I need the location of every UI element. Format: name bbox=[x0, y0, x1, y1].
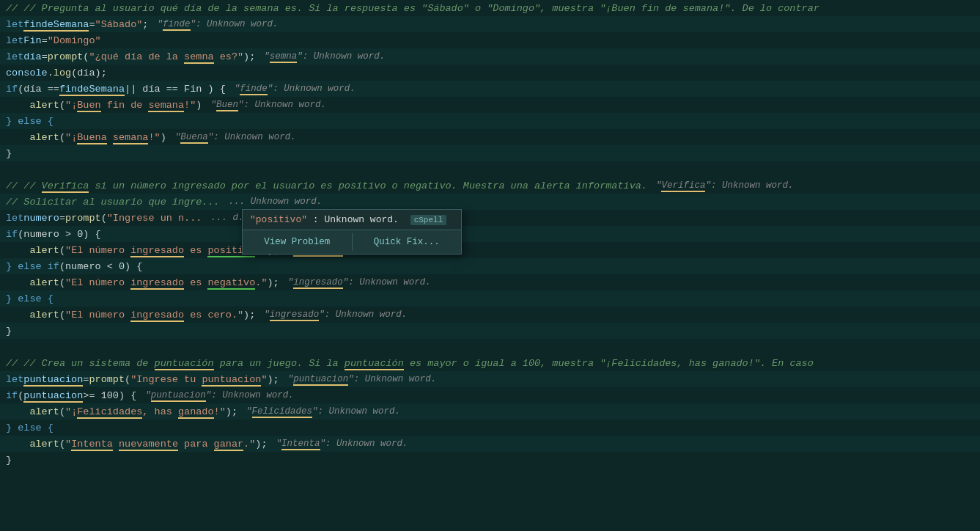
spacer-2 bbox=[0, 339, 980, 355]
line-15: alert ( "El número ingresado es positivo… bbox=[0, 242, 980, 258]
hint-intenta: "Intenta": Unknown word. bbox=[276, 439, 408, 449]
line-4: let día = prompt ( "¿qué día de la semna… bbox=[0, 48, 980, 65]
line-24: alert ( "¡Felicidades, has ganado!" ); "… bbox=[0, 403, 980, 420]
line-7: alert ( "¡Buen fin de semana!" ) "Buen":… bbox=[0, 97, 980, 113]
line-25: } else { bbox=[0, 420, 980, 436]
code-kw-let: let bbox=[6, 19, 23, 30]
comment-1: // // Pregunta al usuario qué día de la … bbox=[6, 3, 819, 14]
tooltip-badge: cSpell bbox=[410, 215, 447, 225]
quick-fix-button[interactable]: Quick Fix... bbox=[353, 233, 462, 251]
tooltip-header: "positivo" : Unknown word. cSpell bbox=[243, 210, 461, 230]
line-22: let puntuacion = prompt ( "Ingrese tu pu… bbox=[0, 371, 980, 387]
hint-ingresado3: "ingresado": Unknown word. bbox=[264, 310, 407, 320]
line-5: console . log (día); bbox=[0, 65, 980, 81]
line-20: } bbox=[0, 323, 980, 339]
code-editor: // // Pregunta al usuario qué día de la … bbox=[0, 0, 980, 531]
line-8: } else { bbox=[0, 113, 980, 129]
line-26: alert ( "Intenta nuevamente para ganar."… bbox=[0, 436, 980, 452]
line-10: } bbox=[0, 145, 980, 161]
line-3: let Fin = "Domingo" bbox=[0, 32, 980, 48]
hint-puntuacion2: "puntuacion": Unknown word. bbox=[145, 390, 294, 400]
code-str: "Sábado" bbox=[95, 19, 143, 30]
line-9: alert ( "¡Buena semana!" ) "Buena": Unkn… bbox=[0, 129, 980, 145]
code-op: = bbox=[89, 19, 95, 30]
hint-ingresado2: "ingresado": Unknown word. bbox=[288, 277, 431, 288]
hint-buen: "Buen": Unknown word. bbox=[210, 100, 326, 110]
line-2: let findeSemana = "Sábado" ; "finde": Un… bbox=[0, 16, 980, 32]
tooltip-actions: View Problem Quick Fix... bbox=[243, 230, 461, 254]
tooltip-message: : Unknown word. bbox=[313, 214, 399, 225]
line-27: } bbox=[0, 452, 980, 468]
line-1: // // Pregunta al usuario qué día de la … bbox=[0, 0, 980, 16]
line-19: alert ( "El número ingresado es cero." )… bbox=[0, 307, 980, 323]
view-problem-button[interactable]: View Problem bbox=[243, 233, 352, 251]
spacer-1 bbox=[0, 161, 980, 177]
line-18: } else { bbox=[0, 290, 980, 307]
tooltip-word: "positivo" bbox=[250, 214, 307, 225]
hint-felicidades: "Felicidades": Unknown word. bbox=[246, 406, 400, 417]
line-13: let numero = prompt ( "Ingrese un n... .… bbox=[0, 210, 980, 226]
hint-finde: "finde": Unknown word. bbox=[157, 19, 278, 29]
line-16: } else if (numero < 0) { bbox=[0, 258, 980, 274]
line-6: if (día == findeSemana || día == Fin ) {… bbox=[0, 81, 980, 97]
hint-buena: "Buena": Unknown word. bbox=[175, 132, 296, 142]
hint-finde2: "finde": Unknown word. bbox=[235, 84, 355, 94]
code-var-findesemana: findeSemana bbox=[23, 19, 89, 30]
line-11: // // Verifica si un número ingresado po… bbox=[0, 177, 980, 194]
hint-puntuacion: "puntuacion": Unknown word. bbox=[288, 374, 437, 384]
line-23: if ( puntuacion >= 100) { "puntuacion": … bbox=[0, 387, 980, 403]
hint-verifica: "Verifica": Unknown word. bbox=[656, 180, 794, 191]
hint-semna: "semna": Unknown word. bbox=[264, 51, 385, 62]
cspell-tooltip: "positivo" : Unknown word. cSpell View P… bbox=[242, 209, 462, 254]
line-17: alert ( "El número ingresado es negativo… bbox=[0, 274, 980, 290]
line-12: // Solicitar al usuario que ingre... ...… bbox=[0, 194, 980, 210]
line-21: // // Crea un sistema de puntuación para… bbox=[0, 355, 980, 371]
line-14: if (numero > 0) { bbox=[0, 226, 980, 242]
